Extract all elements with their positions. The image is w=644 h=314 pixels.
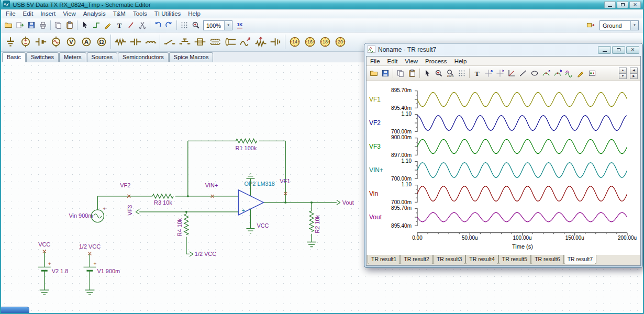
toolbar-pin-1k-icon[interactable]: 1K <box>234 19 246 31</box>
component-voltage-source-icon[interactable] <box>18 33 33 50</box>
trtoolbar-open-icon[interactable] <box>368 68 380 79</box>
trtoolbar-zoom-in-icon[interactable] <box>433 68 445 79</box>
label-opamp[interactable]: OP2 LM318 <box>244 181 274 187</box>
toolbar-pen-icon[interactable] <box>102 19 114 31</box>
waveform-vf3[interactable] <box>413 138 628 155</box>
result-tab-tr-result5[interactable]: TR result5 <box>498 255 531 264</box>
toolbar-paste-icon[interactable] <box>64 19 75 31</box>
main-menu-analysis[interactable]: Analysis <box>80 10 109 17</box>
component-battery-icon[interactable] <box>33 33 48 50</box>
component-voltmeter-icon[interactable]: V <box>63 33 79 50</box>
label-r1[interactable]: R1 100k <box>236 145 257 151</box>
component-tab-meters[interactable]: Meters <box>59 52 86 62</box>
component-ammeter-icon[interactable]: A <box>79 33 94 50</box>
toolbar-grid-icon[interactable] <box>179 19 190 31</box>
main-minimize-button[interactable] <box>604 1 616 8</box>
toolbar-undo-icon[interactable] <box>152 19 163 31</box>
tr-menu-edit[interactable]: Edit <box>384 58 402 65</box>
trtoolbar-save-icon[interactable] <box>380 68 391 79</box>
main-menu-file[interactable]: File <box>2 10 19 17</box>
signal-name-vin[interactable]: Vin <box>369 190 378 197</box>
spin-down-button[interactable]: ▼ <box>619 73 627 79</box>
component-potentiometer-icon[interactable] <box>253 33 268 50</box>
waveform-vin[interactable] <box>413 161 628 179</box>
trtoolbar-pen-icon[interactable] <box>575 68 586 79</box>
result-tab-tr-result4[interactable]: TR result4 <box>465 255 498 264</box>
main-close-button[interactable]: ✕ <box>629 1 641 8</box>
waveform-vf2[interactable] <box>413 114 628 132</box>
main-titlebar[interactable]: USB 5V Data TX RX_0824_Tmp - Schematic E… <box>1 0 643 9</box>
component-relay-icon[interactable] <box>192 33 207 50</box>
toolbar-select-icon[interactable] <box>79 19 91 31</box>
component-switch-icon[interactable] <box>162 33 177 50</box>
toolbar-io-state-icon[interactable] <box>585 19 596 31</box>
label-vcc-opamp[interactable]: VCC <box>257 222 269 229</box>
main-menu-help[interactable]: Help <box>184 10 204 17</box>
main-menu-view[interactable]: View <box>59 10 80 17</box>
waveform-vf1[interactable] <box>413 91 628 108</box>
toolbar-slash-icon[interactable] <box>125 19 137 31</box>
result-tab-tr-result3[interactable]: TR result3 <box>433 255 465 264</box>
component-dip-18-icon[interactable]: 18 <box>317 33 332 50</box>
component-dip-14-icon[interactable]: 14 <box>287 33 302 50</box>
label-vout[interactable]: Vout <box>342 199 354 206</box>
label-r4[interactable]: R4 10k <box>176 218 183 236</box>
toolbar-wire-icon[interactable] <box>91 19 102 31</box>
component-capacitor-icon[interactable] <box>128 33 143 50</box>
component-terminator-icon[interactable] <box>268 33 283 50</box>
result-tab-tr-result1[interactable]: TR result1 <box>368 255 400 264</box>
toolbar-zoom-icon[interactable] <box>190 19 202 31</box>
label-vcc-rail[interactable]: VCC <box>38 241 50 248</box>
label-half-vcc-r4[interactable]: 1/2 VCC <box>195 251 216 257</box>
toolbar-export-icon[interactable] <box>14 19 26 31</box>
signal-name-vin[interactable]: VIN+ <box>369 166 383 174</box>
spin-up-button[interactable]: ▲ <box>619 68 627 73</box>
toolbar-print-icon[interactable] <box>37 19 49 31</box>
trtoolbar-cursor-b-icon[interactable]: b <box>494 68 506 79</box>
component-transmission-line-icon[interactable] <box>223 33 238 50</box>
pan-left-button[interactable]: ◀ <box>630 68 638 73</box>
component-pushbutton-icon[interactable] <box>177 33 192 50</box>
signal-name-vf2[interactable]: VF2 <box>369 119 381 127</box>
result-tab-tr-result6[interactable]: TR result6 <box>531 255 563 264</box>
resistor-r2[interactable] <box>309 211 314 232</box>
trtoolbar-line-icon[interactable] <box>517 68 529 79</box>
toolbar-save-icon[interactable] <box>26 19 37 31</box>
pan-spinner[interactable]: ◀▶ <box>630 68 638 79</box>
tr-menu-help[interactable]: Help <box>451 58 471 65</box>
taskbar-fragment[interactable] <box>1 307 29 313</box>
main-menu-tools[interactable]: Tools <box>129 10 151 17</box>
tr-close-button[interactable]: ✕ <box>626 46 639 54</box>
toolbar-redo-icon[interactable] <box>163 19 175 31</box>
trtoolbar-legend-icon[interactable] <box>586 68 598 79</box>
toolbar-copy-icon[interactable] <box>52 19 64 31</box>
main-maximize-button[interactable] <box>617 1 628 8</box>
tr-minimize-button[interactable] <box>598 46 611 54</box>
result-tab-tr-result7[interactable]: TR result7 <box>564 255 596 264</box>
tr-plot-area[interactable]: VF1895.70m895.40mVF21.10700.00mVF3900.00… <box>367 81 640 255</box>
component-tab-basic[interactable]: Basic <box>2 52 26 62</box>
ground-dropdown-arrow[interactable]: ▼ <box>630 21 638 30</box>
zoom-dropdown-arrow[interactable]: ▼ <box>224 21 232 30</box>
zoom-combobox[interactable]: 100%▼ <box>203 20 232 30</box>
trtoolbar-paste-icon[interactable] <box>406 68 418 79</box>
main-menu-t-m[interactable]: T&M <box>109 10 129 17</box>
tr-menu-file[interactable]: File <box>367 58 384 65</box>
component-ground-icon[interactable] <box>3 33 18 50</box>
label-vin-source[interactable]: Vin 900m <box>69 212 93 219</box>
toolbar-open-icon[interactable] <box>3 19 14 31</box>
signal-name-vout[interactable]: Vout <box>369 214 382 221</box>
trtoolbar-cursor-a-icon[interactable]: a <box>483 68 494 79</box>
component-voltage-generator-icon[interactable] <box>48 33 63 50</box>
signal-name-vf1[interactable]: VF1 <box>369 96 381 103</box>
label-v1[interactable]: V1 900m <box>97 268 120 274</box>
trtoolbar-zoom-100-icon[interactable]: 100% <box>445 68 456 79</box>
tr-menu-view[interactable]: View <box>401 58 421 65</box>
component-tab-switches[interactable]: Switches <box>26 52 59 62</box>
component-dip-20-icon[interactable]: 20 <box>332 33 348 50</box>
component-tab-sources[interactable]: Sources <box>87 52 117 62</box>
tr-titlebar[interactable]: Noname - TR result7 ✕ <box>366 43 641 56</box>
label-vf2[interactable]: VF2 <box>120 182 130 188</box>
ground-combobox[interactable]: Ground▼ <box>599 20 639 30</box>
trtoolbar-marker-a-icon[interactable]: a <box>540 68 552 79</box>
